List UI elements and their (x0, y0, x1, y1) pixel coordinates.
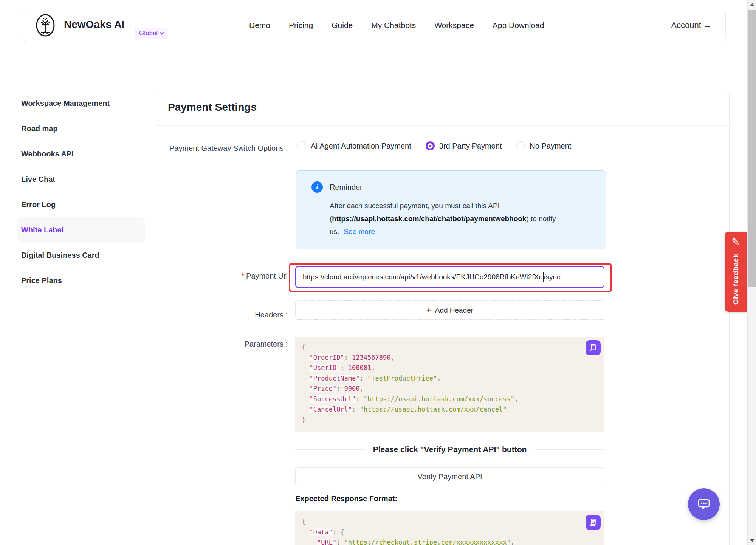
main-nav: Demo Pricing Guide My Chatbots Workspace… (249, 8, 544, 43)
nav-my-chatbots[interactable]: My Chatbots (371, 21, 416, 30)
reminder-title: Reminder (330, 183, 363, 192)
settings-sidebar: Workspace Management Road map Webhooks A… (17, 91, 145, 293)
region-label: Global (139, 29, 158, 37)
payment-settings-panel: Payment Settings Payment Gateway Switch … (156, 92, 730, 545)
account-link[interactable]: Account → (671, 8, 712, 43)
headers-label: Headers : (201, 311, 288, 319)
divider-line (295, 449, 365, 450)
verify-instruction-divider: Please click "Verify Payment API" button (295, 443, 604, 456)
response-json: { "Data": { "URL": "https://checkout.str… (302, 517, 514, 545)
radio-label: No Payment (530, 142, 571, 150)
reminder-body: After each successful payment, you must … (330, 200, 556, 238)
reminder-line-3: us.See more (330, 225, 556, 238)
radio-3rd-party-payment[interactable]: 3rd Party Payment (426, 141, 502, 150)
nav-guide[interactable]: Guide (332, 21, 353, 30)
sidebar-item-webhooks-api[interactable]: Webhooks API (17, 141, 145, 167)
verify-payment-api-button[interactable]: Verify Payment API (295, 467, 604, 486)
radio-unselected-icon (516, 141, 525, 150)
add-header-label: Add Header (435, 306, 473, 314)
see-more-link[interactable]: See more (344, 228, 375, 235)
scrollbar-thumb[interactable] (748, 10, 756, 287)
page-scrollbar (747, 0, 756, 545)
sidebar-item-white-label[interactable]: White Label (17, 217, 145, 243)
copy-icon (589, 518, 598, 527)
expected-response-label: Expected Response Format: (295, 494, 397, 503)
give-feedback-label: Give feedback (732, 254, 740, 305)
region-selector[interactable]: Global (135, 28, 167, 39)
give-feedback-tab[interactable]: ✎ Give feedback (725, 232, 747, 312)
webhook-api-url: https://usapi.hottask.com/chat/chatbot/p… (332, 215, 526, 223)
reminder-line-1: After each successful payment, you must … (330, 200, 556, 212)
scroll-down-icon[interactable] (748, 536, 756, 545)
response-code-block: { "Data": { "URL": "https://checkout.str… (295, 511, 604, 545)
parameters-json: { "OrderID": 1234567890, "UserID": 10000… (302, 342, 518, 425)
sidebar-item-workspace-management[interactable]: Workspace Management (17, 91, 145, 116)
radio-unselected-icon (297, 141, 306, 150)
pencil-icon: ✎ (725, 236, 747, 248)
radio-label: 3rd Party Payment (439, 142, 502, 150)
verify-instruction-text: Please click "Verify Payment API" button (373, 445, 527, 454)
plus-icon: + (426, 306, 431, 314)
nav-pricing[interactable]: Pricing (289, 21, 313, 30)
reminder-line-2: (https://usapi.hottask.com/chat/chatbot/… (330, 212, 556, 225)
payment-url-input[interactable]: https://cloud.activepieces.com/api/v1/we… (295, 266, 604, 288)
payment-url-value-suffix: /sync (544, 273, 560, 281)
sidebar-item-digital-business-card[interactable]: Digital Business Card (17, 243, 145, 268)
radio-ai-agent-automation-payment[interactable]: AI Agent Automation Payment (297, 141, 411, 150)
chat-bubble-icon (696, 496, 712, 512)
radio-selected-icon (426, 141, 435, 150)
gateway-radio-group: AI Agent Automation Payment 3rd Party Pa… (297, 141, 571, 150)
radio-label: AI Agent Automation Payment (311, 142, 411, 150)
copy-parameters-button[interactable] (586, 340, 601, 355)
chevron-down-icon (160, 30, 164, 34)
gateway-options-label: Payment Gateway Switch Options : (169, 144, 288, 153)
radio-no-payment[interactable]: No Payment (516, 141, 571, 150)
newoaks-logo-icon[interactable] (34, 14, 57, 37)
brand-name: NewOaks AI (64, 19, 125, 31)
nav-demo[interactable]: Demo (249, 21, 270, 30)
reminder-alert: i Reminder After each successful payment… (296, 170, 606, 249)
add-header-button[interactable]: + Add Header (295, 300, 604, 320)
sidebar-item-error-log[interactable]: Error Log (17, 192, 145, 217)
sidebar-item-price-plans[interactable]: Price Plans (17, 268, 145, 293)
parameters-code-block: { "OrderID": 1234567890, "UserID": 10000… (295, 337, 604, 432)
payment-url-value: https://cloud.activepieces.com/api/v1/we… (303, 273, 543, 281)
chat-widget-button[interactable] (688, 488, 720, 520)
top-navigation-bar: NewOaks AI Global Demo Pricing Guide My … (23, 8, 726, 42)
info-icon: i (311, 181, 323, 193)
nav-app-download[interactable]: App Download (493, 21, 544, 30)
page-title: Payment Settings (168, 101, 257, 113)
divider-line (535, 449, 604, 450)
sidebar-item-live-chat[interactable]: Live Chat (17, 167, 145, 192)
payment-url-label: *Payment Url (201, 272, 288, 280)
nav-workspace[interactable]: Workspace (434, 21, 474, 30)
title-divider (156, 125, 729, 126)
sidebar-item-road-map[interactable]: Road map (17, 116, 145, 141)
parameters-label: Parameters : (201, 340, 288, 348)
copy-icon (589, 343, 598, 352)
copy-response-button[interactable] (586, 515, 601, 530)
required-mark: * (241, 272, 244, 280)
scroll-up-icon[interactable] (748, 0, 756, 9)
